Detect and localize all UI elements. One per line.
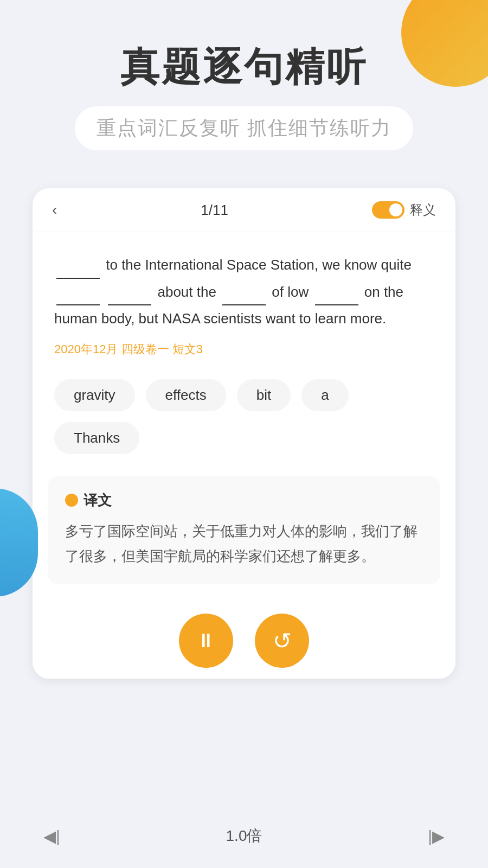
subtitle-box: 重点词汇反复听 抓住细节练听力 xyxy=(75,106,413,150)
blank-5 xyxy=(315,304,358,305)
blank-4 xyxy=(222,304,266,305)
main-card: ‹ 1/11 释义 to the International Space Sta… xyxy=(33,188,455,679)
blank-3 xyxy=(108,304,151,305)
nav-right-group: 释义 xyxy=(372,201,436,219)
main-title: 真题逐句精听 xyxy=(33,43,455,90)
blank-1 xyxy=(56,278,100,279)
translation-toggle[interactable] xyxy=(372,201,404,219)
next-button[interactable]: |▶ xyxy=(428,827,445,846)
translation-dot-icon xyxy=(65,494,78,507)
text-segment-2: about the xyxy=(157,284,220,300)
translation-title: 译文 xyxy=(84,491,112,510)
blank-2 xyxy=(56,304,100,305)
replay-icon: ↺ xyxy=(273,628,292,654)
translation-header: 译文 xyxy=(65,491,423,510)
toggle-label: 释义 xyxy=(410,201,436,219)
chip-bit[interactable]: bit xyxy=(237,379,291,411)
chip-thanks[interactable]: Thanks xyxy=(54,422,139,454)
translation-box: 译文 多亏了国际空间站，关于低重力对人体的影响，我们了解了很多，但美国宇航局的科… xyxy=(48,476,440,585)
word-chips-container: gravity effects bit a Thanks xyxy=(33,368,455,465)
playback-controls: ⏸ ↺ xyxy=(33,597,455,679)
translation-text: 多亏了国际空间站，关于低重力对人体的影响，我们了解了很多，但美国宇航局的科学家们… xyxy=(65,519,423,570)
sentence-text: to the International Space Station, we k… xyxy=(54,252,434,332)
chip-a[interactable]: a xyxy=(301,379,348,411)
speed-indicator: 1.0倍 xyxy=(226,826,262,846)
card-nav: ‹ 1/11 释义 xyxy=(33,188,455,232)
replay-button[interactable]: ↺ xyxy=(255,614,309,668)
toggle-knob xyxy=(389,203,402,216)
pause-button[interactable]: ⏸ xyxy=(179,614,233,668)
bottom-bar: ◀| 1.0倍 |▶ xyxy=(0,815,488,857)
text-segment-4: on the human body, but NASA scientists w… xyxy=(54,284,403,327)
chip-effects[interactable]: effects xyxy=(146,379,226,411)
prev-button[interactable]: ◀| xyxy=(43,827,60,846)
subtitle-text: 重点词汇反复听 抓住细节练听力 xyxy=(97,117,391,139)
text-segment-3: of low xyxy=(272,284,312,300)
pause-icon: ⏸ xyxy=(196,629,216,652)
back-button[interactable]: ‹ xyxy=(52,201,57,219)
source-label: 2020年12月 四级卷一 短文3 xyxy=(54,341,434,358)
sentence-area: to the International Space Station, we k… xyxy=(33,232,455,368)
progress-indicator: 1/11 xyxy=(201,202,228,219)
chip-gravity[interactable]: gravity xyxy=(54,379,135,411)
text-segment-1: to the International Space Station, we k… xyxy=(106,257,412,273)
